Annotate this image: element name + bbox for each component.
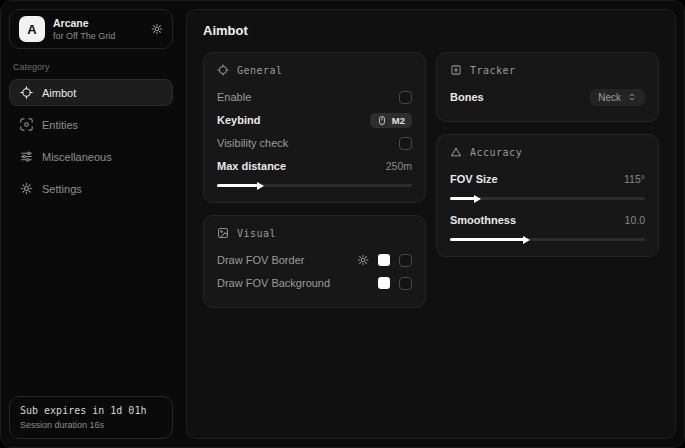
- mouse-icon: [377, 115, 387, 126]
- page-title: Aimbot: [203, 23, 659, 38]
- smoothness-value: 10.0: [625, 214, 645, 226]
- sidebar-item-label: Entities: [42, 119, 78, 131]
- fov-size-label: FOV Size: [450, 173, 498, 185]
- general-card: General Enable Keybind M2: [203, 52, 426, 203]
- crosshair-icon: [20, 86, 33, 99]
- chevrons-up-down-icon: [627, 92, 637, 102]
- slider-thumb[interactable]: [257, 182, 264, 190]
- fov-background-color-swatch[interactable]: [378, 277, 390, 289]
- sidebar-item-aimbot[interactable]: Aimbot: [9, 79, 173, 106]
- visibility-check-checkbox[interactable]: [399, 137, 412, 150]
- bones-select[interactable]: Neck: [590, 89, 645, 106]
- slider-thumb[interactable]: [474, 195, 481, 203]
- gear-icon: [20, 182, 33, 195]
- keybind-button[interactable]: M2: [370, 113, 412, 128]
- fov-border-color-swatch[interactable]: [378, 254, 390, 266]
- smoothness-label: Smoothness: [450, 214, 516, 226]
- angle-icon: [450, 146, 462, 158]
- sidebar-item-label: Miscellaneous: [42, 151, 112, 163]
- sidebar-item-label: Settings: [42, 183, 82, 195]
- tracker-icon: [450, 64, 462, 76]
- max-distance-value: 250m: [386, 160, 412, 172]
- sidebar-item-entities[interactable]: Entities: [9, 111, 173, 138]
- app-title-block: Arcane for Off The Grid: [53, 17, 115, 41]
- sidebar-item-miscellaneous[interactable]: Miscellaneous: [9, 143, 173, 170]
- keybind-label: Keybind: [217, 114, 260, 126]
- fov-size-value: 115°: [624, 173, 645, 185]
- visual-card: Visual Draw FOV Border Draw F: [203, 215, 426, 308]
- app-name: Arcane: [53, 17, 115, 29]
- subscription-info: Sub expires in 1d 01h Session duration 1…: [9, 396, 173, 439]
- fov-size-slider[interactable]: [450, 197, 645, 200]
- category-label: Category: [13, 62, 169, 72]
- slider-thumb[interactable]: [523, 236, 530, 244]
- sliders-icon: [20, 150, 33, 163]
- session-duration-text: Session duration 16s: [20, 420, 162, 430]
- draw-fov-border-checkbox[interactable]: [399, 254, 412, 267]
- max-distance-slider[interactable]: [217, 184, 412, 187]
- app-logo: A: [19, 16, 45, 42]
- sidebar: A Arcane for Off The Grid Category Aimbo…: [1, 1, 181, 447]
- enable-label: Enable: [217, 91, 251, 103]
- enable-checkbox[interactable]: [399, 91, 412, 104]
- card-title-visual: Visual: [237, 228, 276, 239]
- sub-expires-text: Sub expires in 1d 01h: [20, 405, 162, 416]
- accuracy-card: Accuracy FOV Size 115° Smoothness 10.0: [436, 134, 659, 257]
- draw-fov-background-label: Draw FOV Background: [217, 277, 330, 289]
- scan-eye-icon: [20, 118, 33, 131]
- bones-selected-value: Neck: [598, 92, 621, 103]
- visibility-check-label: Visibility check: [217, 137, 288, 149]
- smoothness-slider[interactable]: [450, 238, 645, 241]
- max-distance-label: Max distance: [217, 160, 286, 172]
- draw-fov-border-label: Draw FOV Border: [217, 254, 304, 266]
- sidebar-item-label: Aimbot: [42, 87, 76, 99]
- app-subtitle: for Off The Grid: [53, 31, 115, 41]
- main-panel: Aimbot General Enable: [186, 9, 676, 439]
- gear-icon[interactable]: [151, 23, 163, 35]
- keybind-value: M2: [392, 115, 405, 126]
- bones-label: Bones: [450, 91, 484, 103]
- crosshair-icon: [217, 64, 229, 76]
- app-window: A Arcane for Off The Grid Category Aimbo…: [0, 0, 685, 448]
- gear-icon[interactable]: [357, 254, 369, 266]
- tracker-card: Tracker Bones Neck: [436, 52, 659, 122]
- app-header: A Arcane for Off The Grid: [9, 9, 173, 49]
- image-icon: [217, 227, 229, 239]
- card-title-tracker: Tracker: [470, 65, 516, 76]
- card-title-general: General: [237, 65, 283, 76]
- sidebar-item-settings[interactable]: Settings: [9, 175, 173, 202]
- draw-fov-background-checkbox[interactable]: [399, 277, 412, 290]
- card-title-accuracy: Accuracy: [470, 147, 522, 158]
